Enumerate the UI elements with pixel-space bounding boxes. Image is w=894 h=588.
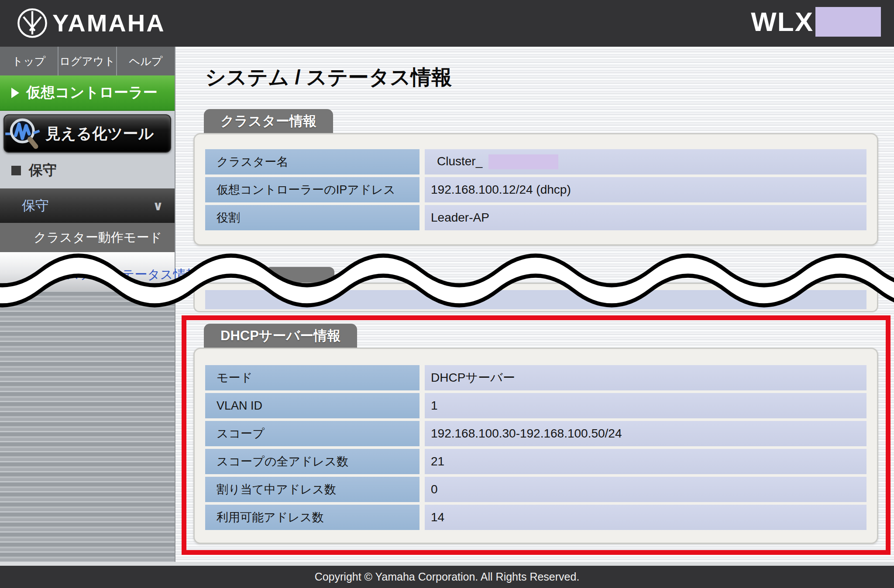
model-prefix-text: WLX (751, 6, 814, 37)
yamaha-logo-text: YAMAHA (52, 8, 165, 38)
sidebar: トップ ログアウト ヘルプ 仮想コントローラー 見える化ツール 保守 保守 ∨ … (0, 47, 175, 566)
table-row: 役割 Leader-AP (205, 205, 866, 230)
table-row: スコープ 192.168.100.30-192.168.100.50/24 (205, 421, 866, 446)
mode-label-cell: モード (205, 365, 419, 390)
table-row: 割り当て中アドレス数 0 (205, 477, 866, 502)
vlan-label-cell: VLAN ID (205, 393, 419, 418)
cluster-info-tab: クラスター情報 (204, 109, 333, 133)
table-row: 仮想コントローラーのIPアドレス 192.168.100.12/24 (dhcp… (205, 177, 866, 202)
play-triangle-icon (11, 88, 19, 98)
vlan-value-cell: 1 (425, 393, 866, 418)
role-label-cell: 役割 (205, 205, 419, 230)
dhcp-info-tab: DHCPサーバー情報 (204, 324, 357, 348)
top-bar: YAMAHA WLX (0, 0, 894, 47)
tool-area: 見える化ツール 保守 (0, 111, 175, 188)
mode-value-cell: DHCPサーバー (425, 365, 866, 390)
chevron-down-icon: ∨ (153, 198, 163, 213)
scope-total-label-cell: スコープの全アドレス数 (205, 449, 419, 474)
cluster-name-value-cell: Cluster_ (425, 149, 866, 174)
menu-item-help[interactable]: ヘルプ (116, 47, 175, 75)
copyright-text: Copyright © Yamaha Corporation. All Righ… (315, 571, 580, 583)
sidebar-item-system-status[interactable]: システム/ステータス情報 (0, 252, 175, 291)
square-bullet-icon (11, 166, 21, 175)
magnifier-waveform-icon (4, 116, 42, 151)
sidebar-menu-maintenance[interactable]: 保守 ∨ (0, 188, 175, 223)
scope-total-value-cell: 21 (425, 449, 866, 474)
model-name: WLX (751, 6, 881, 37)
table-row: VLAN ID 1 (205, 393, 866, 418)
assigned-label-cell: 割り当て中アドレス数 (205, 477, 419, 502)
table-row: スコープの全アドレス数 21 (205, 449, 866, 474)
torn-row-fragment (205, 290, 866, 309)
page-title: システム / ステータス情報 (205, 64, 452, 91)
assigned-value-cell: 0 (425, 477, 866, 502)
vc-ip-label-cell: 仮想コントローラーのIPアドレス (205, 177, 419, 202)
dhcp-info-panel: モード DHCPサーバー VLAN ID 1 スコープ 192.168.100.… (193, 348, 878, 544)
top-menu: トップ ログアウト ヘルプ (0, 47, 175, 75)
vc-ip-value-cell: 192.168.100.12/24 (dhcp) (425, 177, 866, 202)
cluster-name-redaction (488, 154, 558, 169)
available-label-cell: 利用可能アドレス数 (205, 505, 419, 530)
cluster-info-panel: クラスター名 Cluster_ 仮想コントローラーのIPアドレス 192.168… (193, 133, 878, 246)
yamaha-logo: YAMAHA (17, 8, 165, 38)
available-value-cell: 14 (425, 505, 866, 530)
cluster-mode-label: クラスター動作モード (34, 229, 162, 246)
maintenance-section-label: 保守 (29, 161, 57, 180)
visualization-tool-button[interactable]: 見える化ツール (3, 114, 171, 153)
maintenance-menu-label: 保守 (22, 197, 49, 215)
scope-value-cell: 192.168.100.30-192.168.100.50/24 (425, 421, 866, 446)
footer: Copyright © Yamaha Corporation. All Righ… (0, 566, 894, 588)
visualization-tool-label: 見える化ツール (45, 123, 154, 144)
virtual-controller-label: 仮想コントローラー (26, 83, 158, 103)
table-row: モード DHCPサーバー (205, 365, 866, 390)
table-row: クラスター名 Cluster_ (205, 149, 866, 174)
sidebar-item-cluster-mode[interactable]: クラスター動作モード (0, 223, 175, 252)
menu-item-logout[interactable]: ログアウト (58, 47, 116, 75)
cluster-name-label-cell: クラスター名 (205, 149, 419, 174)
menu-item-top[interactable]: トップ (0, 47, 58, 75)
footer-divider (0, 562, 894, 566)
scope-label-cell: スコープ (205, 421, 419, 446)
yamaha-tuning-fork-icon (17, 7, 48, 39)
system-status-link-label: システム/ステータス情報 (53, 266, 199, 284)
model-number-redaction (815, 7, 881, 37)
table-row: 利用可能アドレス数 14 (205, 505, 866, 530)
maintenance-section-heading: 保守 (0, 153, 175, 188)
role-value-cell: Leader-AP (425, 205, 866, 230)
torn-section-panel-fragment (193, 283, 878, 312)
virtual-controller-button[interactable]: 仮想コントローラー (0, 75, 175, 111)
